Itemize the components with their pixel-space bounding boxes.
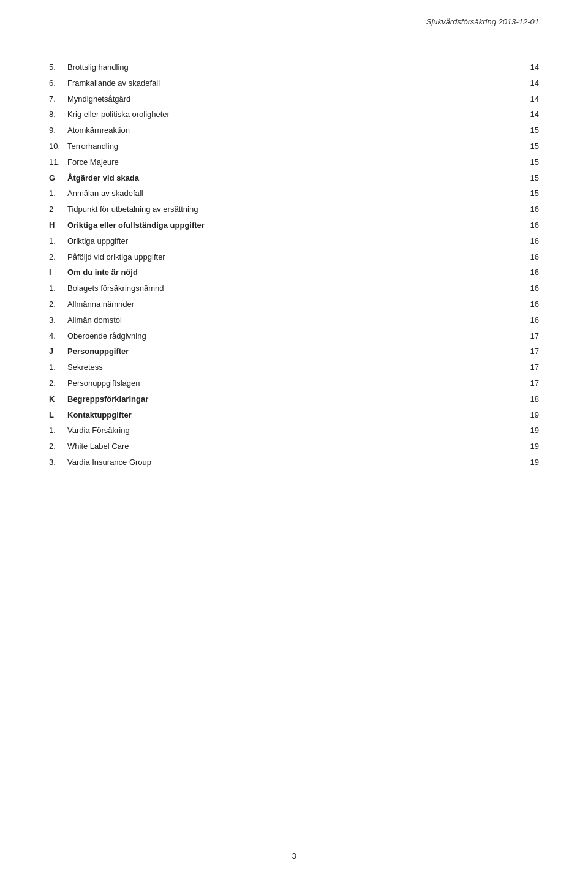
toc-label: Brottslig handling [67,61,514,74]
toc-label: Åtgärder vid skada [67,172,514,185]
toc-row: 3.Allmän domstol16 [49,314,539,327]
toc-page: 15 [514,156,539,169]
toc-page: 17 [514,361,539,374]
toc-section-letter: L [49,409,67,422]
toc-number: 1. [49,282,67,295]
toc-row: 1.Sekretess17 [49,361,539,374]
toc-page: 14 [514,93,539,106]
toc-row: GÅtgärder vid skada15 [49,172,539,185]
toc-label: Vardia Insurance Group [67,456,514,469]
toc-row: 1.Anmälan av skadefall15 [49,187,539,200]
toc-page: 15 [514,140,539,153]
toc-page: 19 [514,440,539,453]
toc-label: Vardia Försäkring [67,424,514,437]
toc-label: Oriktiga eller ofullständiga uppgifter [67,219,514,232]
toc-row: 2.White Label Care19 [49,440,539,453]
toc-row: 7.Myndighetsåtgärd14 [49,93,539,106]
toc-label: Krig eller politiska oroligheter [67,108,514,121]
toc-label: Anmälan av skadefall [67,187,514,200]
toc-number: 2 [49,203,67,216]
toc-number: 4. [49,330,67,343]
header-title: Sjukvårdsförsäkring 2013-12-01 [426,17,539,26]
toc-label: Force Majeure [67,156,514,169]
toc-row: 8.Krig eller politiska oroligheter14 [49,108,539,121]
toc-label: Allmän domstol [67,314,514,327]
toc-section-letter: J [49,345,67,358]
toc-number: 6. [49,77,67,90]
toc-row: 2.Personuppgiftslagen17 [49,377,539,390]
toc-page: 16 [514,266,539,279]
toc-section-letter: H [49,219,67,232]
toc-page: 16 [514,282,539,295]
toc-label: Terrorhandling [67,140,514,153]
toc-row: 2.Allmänna nämnder16 [49,298,539,311]
toc-row: KBegreppsförklaringar18 [49,393,539,406]
toc-row: 1.Bolagets försäkringsnämnd16 [49,282,539,295]
toc-row: 1.Oriktiga uppgifter16 [49,235,539,248]
toc-page: 17 [514,377,539,390]
toc-number: 10. [49,140,67,153]
toc-label: Kontaktuppgifter [67,409,514,422]
toc-row: 1.Vardia Försäkring19 [49,424,539,437]
toc-page: 16 [514,219,539,232]
toc-label: Om du inte är nöjd [67,266,514,279]
toc-page: 19 [514,409,539,422]
toc-row: 2.Påföljd vid oriktiga uppgifter16 [49,251,539,264]
toc-label: Framkallande av skadefall [67,77,514,90]
toc-number: 2. [49,298,67,311]
toc-row: 4.Oberoende rådgivning17 [49,330,539,343]
toc-row: 6.Framkallande av skadefall14 [49,77,539,90]
toc-number: 1. [49,235,67,248]
toc-page: 17 [514,345,539,358]
page-number: 3 [292,851,296,861]
toc-page: 15 [514,124,539,137]
toc-section-letter: K [49,393,67,406]
toc-number: 1. [49,424,67,437]
toc-page: 15 [514,172,539,185]
toc-row: JPersonuppgifter17 [49,345,539,358]
toc-page: 16 [514,298,539,311]
toc-label: Påföljd vid oriktiga uppgifter [67,251,514,264]
toc-label: Oberoende rådgivning [67,330,514,343]
toc-page: 16 [514,251,539,264]
toc-page: 16 [514,235,539,248]
toc-row: HOriktiga eller ofullständiga uppgifter1… [49,219,539,232]
toc-label: Atomkärnreaktion [67,124,514,137]
toc-row: 11.Force Majeure15 [49,156,539,169]
toc-row: 3.Vardia Insurance Group19 [49,456,539,469]
toc-number: 9. [49,124,67,137]
toc-table: 5.Brottslig handling146.Framkallande av … [49,61,539,469]
toc-number: 2. [49,440,67,453]
toc-label: Personuppgifter [67,345,514,358]
toc-number: 2. [49,377,67,390]
toc-label: Bolagets försäkringsnämnd [67,282,514,295]
toc-number: 1. [49,361,67,374]
toc-number: 3. [49,314,67,327]
toc-number: 3. [49,456,67,469]
toc-page: 18 [514,393,539,406]
toc-number: 7. [49,93,67,106]
toc-row: LKontaktuppgifter19 [49,409,539,422]
toc-label: Begreppsförklaringar [67,393,514,406]
toc-number: 1. [49,187,67,200]
toc-label: Sekretess [67,361,514,374]
toc-label: Oriktiga uppgifter [67,235,514,248]
toc-number: 5. [49,61,67,74]
toc-row: 9.Atomkärnreaktion15 [49,124,539,137]
page-container: Sjukvårdsförsäkring 2013-12-01 5.Brottsl… [0,0,588,885]
toc-label: Tidpunkt för utbetalning av ersättning [67,203,514,216]
toc-section-letter: G [49,172,67,185]
toc-number: 2. [49,251,67,264]
toc-label: Allmänna nämnder [67,298,514,311]
toc-page: 14 [514,77,539,90]
toc-page: 16 [514,203,539,216]
toc-row: 2Tidpunkt för utbetalning av ersättning1… [49,203,539,216]
toc-page: 14 [514,61,539,74]
toc-page: 19 [514,456,539,469]
toc-row: 10.Terrorhandling15 [49,140,539,153]
toc-page: 19 [514,424,539,437]
page-header: Sjukvårdsförsäkring 2013-12-01 [426,17,539,26]
toc-page: 15 [514,187,539,200]
toc-label: White Label Care [67,440,514,453]
toc-number: 8. [49,108,67,121]
